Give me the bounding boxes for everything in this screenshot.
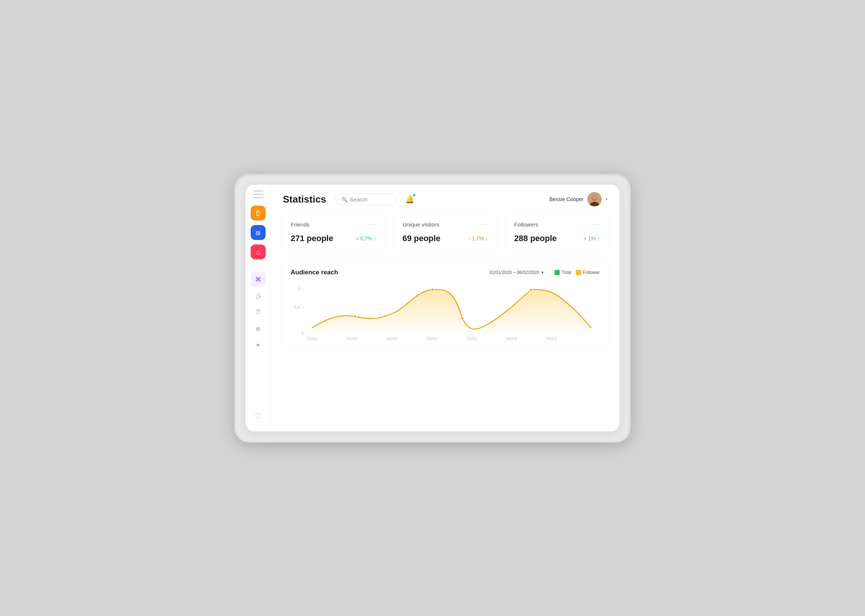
sidebar-apps: ₿ ▤ ⌂ [251, 206, 266, 259]
chart-title: Audience reach [291, 269, 479, 276]
stat-card-body-followers: 288 people + 1% [514, 234, 600, 244]
stat-change-friends: + 0,7% [356, 236, 377, 242]
legend-box-total [555, 270, 560, 275]
stat-more-visitors[interactable]: ··· [481, 221, 488, 228]
chart-header: Audience reach 31/01/2020 – 06/02/2020 ▾… [291, 268, 600, 277]
notification-dot [412, 193, 416, 197]
bars-app-icon[interactable]: ▤ [251, 225, 266, 240]
stat-value-friends: 271 people [291, 234, 333, 244]
nav-item-clock[interactable]: ⏱ [251, 305, 266, 320]
svg-text:02/02: 02/02 [386, 337, 397, 341]
nav-item-square[interactable]: ▢ [251, 407, 266, 423]
chart-section: Audience reach 31/01/2020 – 06/02/2020 ▾… [271, 259, 619, 357]
svg-text:1,5 –: 1,5 – [294, 305, 304, 310]
svg-text:31/01: 31/01 [307, 337, 318, 341]
avatar-image [588, 192, 602, 206]
stat-label-friends: Friends [291, 221, 309, 228]
bitcoin-app-icon[interactable]: ₿ [251, 206, 266, 220]
stat-card-header-visitors: Unique visitors ··· [403, 221, 488, 228]
stat-card-visitors: Unique visitors ··· 69 people - 1,7% [393, 212, 498, 252]
svg-text:04/02: 04/02 [506, 337, 517, 341]
svg-point-13 [529, 289, 533, 291]
svg-text:03/02: 03/02 [427, 337, 437, 341]
chart-svg: 3 – 1,5 – 0 [291, 283, 600, 343]
stats-section: Friends ··· 271 people + 0,7% [271, 212, 619, 259]
date-range-text: 31/01/2020 – 06/02/2020 [489, 270, 539, 275]
date-range-button[interactable]: 31/01/2020 – 06/02/2020 ▾ [485, 268, 548, 277]
stat-value-visitors: 69 people [403, 234, 440, 244]
chart-container: 3 – 1,5 – 0 [291, 283, 600, 343]
svg-text:31/01: 31/01 [466, 337, 477, 341]
chevron-down-icon: ▾ [605, 196, 608, 202]
legend-box-follower [576, 270, 581, 275]
stats-cards: Friends ··· 271 people + 0,7% [281, 212, 609, 252]
page-title: Statistics [283, 193, 326, 205]
stat-more-followers[interactable]: ··· [592, 221, 600, 228]
svg-point-11 [431, 289, 434, 291]
legend-label-follower: Follower [583, 270, 600, 275]
svg-text:3 –: 3 – [298, 287, 303, 291]
sidebar-nav: ⌘ ◷ ⏱ ⊕ ✦ [251, 272, 266, 407]
stat-card-body-visitors: 69 people - 1,7% [403, 234, 488, 244]
main-content: Statistics 🔍 🔔 Bessie Cooper [271, 185, 619, 431]
stat-card-followers: Followers ··· 288 people + 1% [505, 212, 609, 252]
chart-legend: Total Follower [555, 270, 600, 275]
search-bar[interactable]: 🔍 [335, 193, 397, 205]
stat-card-friends: Friends ··· 271 people + 0,7% [281, 212, 386, 252]
followers-arrow-up [597, 236, 600, 242]
stat-more-friends[interactable]: ··· [369, 221, 376, 228]
notification-button[interactable]: 🔔 [403, 193, 417, 206]
svg-text:05/02: 05/02 [546, 337, 557, 341]
stat-card-header-friends: Friends ··· [291, 221, 377, 228]
stat-card-header-followers: Followers ··· [514, 221, 600, 228]
legend-item-total: Total [555, 270, 571, 275]
hamburger-menu[interactable] [253, 191, 263, 198]
stat-change-followers: + 1% [584, 236, 600, 242]
svg-point-3 [592, 195, 597, 200]
legend-item-follower: Follower [576, 270, 600, 275]
legend-label-total: Total [562, 270, 571, 275]
search-icon: 🔍 [342, 196, 348, 202]
sidebar: ₿ ▤ ⌂ ⌘ ◷ ⏱ ⊕ ✦ ▢ [246, 185, 271, 431]
header: Statistics 🔍 🔔 Bessie Cooper [271, 185, 619, 212]
stat-value-followers: 288 people [514, 234, 557, 244]
visitors-change-text: - 1,7% [469, 236, 484, 242]
user-name: Bessie Cooper [549, 196, 584, 202]
search-input[interactable] [350, 196, 391, 203]
stat-change-visitors: - 1,7% [469, 236, 488, 242]
nav-item-command[interactable]: ⌘ [251, 272, 266, 287]
nav-item-globe[interactable]: ⊕ [251, 321, 266, 336]
avatar [588, 192, 602, 206]
airbnb-app-icon[interactable]: ⌂ [251, 244, 266, 259]
device-frame: ₿ ▤ ⌂ ⌘ ◷ ⏱ ⊕ ✦ ▢ Statistics 🔍 [234, 173, 631, 443]
svg-text:0: 0 [301, 332, 303, 336]
app-window: ₿ ▤ ⌂ ⌘ ◷ ⏱ ⊕ ✦ ▢ Statistics 🔍 [246, 185, 619, 431]
stat-card-body-friends: 271 people + 0,7% [291, 234, 377, 244]
sidebar-divider [252, 269, 264, 269]
svg-text:01/02: 01/02 [347, 337, 358, 341]
user-profile[interactable]: Bessie Cooper ▾ [549, 192, 608, 206]
nav-item-star[interactable]: ✦ [251, 338, 266, 352]
nav-item-history[interactable]: ◷ [251, 288, 266, 303]
stat-label-followers: Followers [514, 221, 538, 228]
svg-point-10 [354, 316, 356, 318]
followers-change-text: + 1% [584, 236, 596, 242]
visitors-arrow-down [485, 236, 488, 242]
friends-change-text: + 0,7% [356, 236, 372, 242]
date-range-chevron: ▾ [541, 270, 544, 275]
chart-card: Audience reach 31/01/2020 – 06/02/2020 ▾… [281, 259, 609, 349]
sidebar-bottom: ▢ [251, 407, 266, 425]
svg-point-12 [461, 317, 464, 320]
stat-label-visitors: Unique visitors [403, 221, 439, 228]
friends-arrow-up [374, 236, 377, 242]
